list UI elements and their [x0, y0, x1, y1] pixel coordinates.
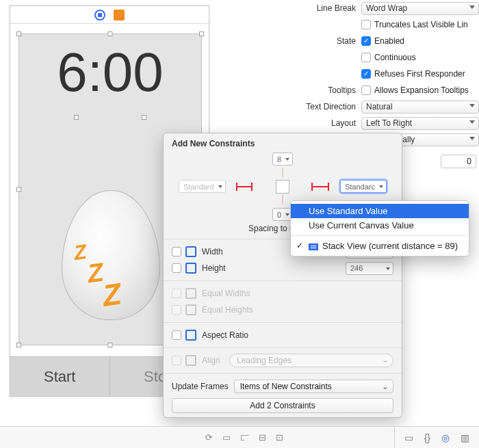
selection-handle[interactable] [142, 115, 146, 120]
layout-value: Left To Right [366, 118, 412, 128]
divider [164, 322, 402, 323]
left-spacing-field[interactable]: Standard [179, 180, 226, 193]
text-direction-label: Text Direction [300, 102, 361, 111]
tooltips-value: Allows Expansion Tooltips [374, 85, 469, 95]
refuses-fr-label: Refuses First Responder [374, 69, 465, 79]
bottom-spacing-value: 0 [277, 211, 281, 219]
equal-widths-checkbox [172, 289, 181, 298]
stack-view-icon [309, 243, 318, 250]
aspect-ratio-label: Aspect Ratio [202, 330, 393, 340]
line-break-value: Word Wrap [366, 3, 407, 13]
spacing-dropdown-menu: Use Standard Value Use Current Canvas Va… [290, 200, 469, 256]
record-stop-icon[interactable] [94, 10, 105, 21]
identity-inspector-icon[interactable]: ◎ [441, 432, 450, 443]
numeric-field[interactable]: 0 [441, 155, 476, 168]
selection-handle[interactable] [74, 115, 79, 120]
selection-handle[interactable] [16, 187, 21, 192]
3d-cube-icon[interactable] [114, 10, 125, 21]
tooltips-label: Tooltips [300, 85, 361, 95]
equal-widths-label: Equal Widths [202, 289, 393, 298]
update-frames-label: Update Frames [172, 382, 229, 391]
selection-handle[interactable] [16, 31, 21, 36]
refuses-fr-checkbox[interactable] [361, 69, 371, 79]
equal-heights-label: Equal Heights [202, 305, 393, 315]
truncates-checkbox[interactable] [361, 20, 371, 29]
pin-icon[interactable]: ⊟ [259, 432, 266, 443]
continuous-checkbox[interactable] [361, 53, 371, 62]
continuous-label: Continuous [374, 53, 416, 62]
time-label: 6:00 [19, 41, 201, 104]
enabled-checkbox[interactable] [361, 36, 371, 46]
egg-image: Z Z Z [62, 190, 160, 320]
equal-heights-icon [185, 304, 196, 315]
menu-item-stack-view[interactable]: Stack View (current distance = 89) [291, 239, 469, 253]
divider [164, 373, 402, 373]
file-inspector-icon[interactable]: ▭ [404, 432, 413, 443]
popover-title: Add New Constraints [164, 133, 402, 153]
selection-handle[interactable] [108, 31, 113, 36]
bottom-toolbar: ⟳ ▭ ⫍ ⊟ ⊡ ▭ {} ◎ ▥ [0, 426, 479, 448]
strut-right-icon[interactable] [313, 186, 328, 187]
divider [164, 280, 402, 281]
right-spacing-field[interactable]: Standarc [340, 180, 387, 193]
divider [164, 347, 402, 348]
align-label: Align [202, 356, 225, 365]
inspector-tab-icons: ▭ {} ◎ ▥ [395, 432, 479, 443]
strut-top-icon[interactable] [282, 168, 283, 177]
selection-handle[interactable] [108, 343, 113, 347]
enabled-label: Enabled [374, 36, 404, 46]
constraint-center-icon [276, 180, 289, 194]
align-icon[interactable]: ⫍ [240, 432, 249, 443]
quick-help-icon[interactable]: {} [424, 432, 430, 443]
right-spacing-value: Standarc [345, 183, 375, 191]
height-icon [185, 263, 196, 274]
left-spacing-value: Standard [183, 183, 214, 191]
strut-bottom-icon[interactable] [282, 195, 283, 205]
text-direction-select[interactable]: Natural [361, 101, 479, 114]
menu-item-use-current[interactable]: Use Current Canvas Value [291, 218, 469, 233]
update-frames-icon[interactable]: ⟳ [205, 432, 213, 443]
update-frames-value: Items of New Constraints [240, 382, 332, 391]
strut-left-icon[interactable] [237, 186, 251, 187]
menu-item-use-standard[interactable]: Use Standard Value [291, 204, 469, 218]
width-icon [185, 246, 196, 257]
height-value: 246 [350, 264, 363, 272]
menu-item-stack-view-label: Stack View (current distance = 89) [322, 241, 458, 251]
top-spacing-field[interactable]: 8 [272, 153, 293, 166]
attributes-inspector-icon[interactable]: ▥ [461, 432, 469, 443]
align-select: Leading Edges [229, 354, 393, 367]
add-constraints-popover: Add New Constraints 8 Standard Standarc … [163, 133, 402, 418]
height-label: Height [202, 263, 341, 273]
aspect-ratio-checkbox[interactable] [172, 330, 181, 340]
embed-stack-icon[interactable]: ▭ [222, 432, 231, 443]
add-constraints-button[interactable]: Add 2 Constraints [172, 398, 393, 413]
equal-widths-icon [185, 288, 196, 299]
align-value: Leading Edges [237, 356, 292, 365]
line-break-select[interactable]: Word Wrap [361, 2, 479, 15]
align-icon [185, 355, 196, 366]
height-checkbox[interactable] [172, 263, 181, 273]
layout-label: Layout [300, 118, 361, 128]
text-direction-value: Natural [366, 102, 393, 111]
height-value-field[interactable]: 246 [346, 262, 393, 275]
equal-heights-checkbox [172, 305, 181, 315]
start-button[interactable]: Start [10, 357, 110, 396]
aspect-ratio-icon [185, 330, 196, 341]
update-frames-select[interactable]: Items of New Constraints [234, 380, 393, 393]
resolve-issues-icon[interactable]: ⊡ [276, 432, 283, 443]
line-break-label: Line Break [300, 3, 361, 13]
add-constraints-button-label: Add 2 Constraints [250, 401, 315, 410]
tooltips-checkbox[interactable] [361, 85, 371, 95]
layout-select[interactable]: Left To Right [361, 117, 479, 130]
truncates-label: Truncates Last Visible Lin [374, 20, 468, 29]
top-spacing-value: 8 [277, 155, 281, 163]
state-label: State [300, 36, 361, 46]
menu-separator [291, 235, 469, 236]
width-checkbox[interactable] [172, 247, 181, 256]
attributes-inspector: Line Break Word Wrap Truncates Last Visi… [297, 0, 479, 148]
selection-handle[interactable] [199, 31, 204, 36]
app-titlebar [10, 6, 209, 24]
align-checkbox [172, 356, 181, 365]
canvas-tool-icons: ⟳ ▭ ⫍ ⊟ ⊡ [0, 432, 293, 443]
selection-handle[interactable] [16, 343, 21, 347]
